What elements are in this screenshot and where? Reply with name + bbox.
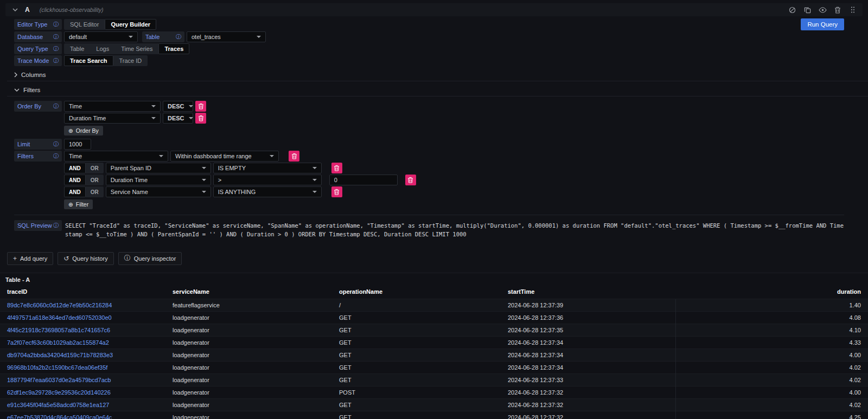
table-row: 62df1ec9a29728c9e29536c20d140226loadgene… (0, 386, 868, 398)
toggle-visibility-eye-icon[interactable] (817, 4, 828, 15)
trash-icon (407, 177, 413, 183)
editor-type-option-sql-editor[interactable]: SQL Editor (64, 19, 105, 30)
info-icon[interactable]: ⓘ (176, 33, 181, 41)
order-by-direction-select[interactable]: DESC (163, 113, 193, 124)
query-type-label: Query Type ⓘ (14, 43, 62, 54)
remove-filter-button[interactable] (331, 163, 342, 173)
add-filter-button[interactable]: ⊕ Filter (64, 199, 93, 209)
trash-icon (198, 115, 204, 121)
order-by-direction-select[interactable]: DESC (163, 101, 193, 112)
trace-id-link[interactable]: e67ee7b53870d4c864ca50409ca0e64c (7, 414, 112, 419)
query-editor: Editor Type ⓘ SQL Editor Query Builder R… (0, 17, 868, 239)
collapse-chevron-icon[interactable] (10, 4, 21, 15)
filter-value-input[interactable] (329, 175, 398, 185)
order-by-field-select[interactable]: Duration Time (64, 113, 161, 124)
cell-duration: 4.02 (675, 398, 868, 411)
cell-operationName: / (335, 299, 503, 311)
cell-operationName: GET (335, 373, 503, 386)
filter-operator-select[interactable]: Within dashboard time range (170, 151, 279, 162)
and-option[interactable]: AND (64, 163, 86, 173)
editor-type-option-query-builder[interactable]: Query Builder (105, 19, 156, 30)
cell-duration: 4.02 (675, 361, 868, 373)
delete-query-icon[interactable] (832, 4, 843, 15)
trace-id-link[interactable]: 4f497571a618e364ed7ded60752030e0 (7, 314, 112, 321)
table-select[interactable]: otel_traces (187, 31, 266, 42)
plus-circle-icon: ⊕ (68, 127, 73, 134)
add-query-button[interactable]: + Add query (7, 252, 53, 265)
remove-order-by-button[interactable] (195, 101, 206, 112)
info-icon[interactable]: ⓘ (53, 140, 59, 148)
cell-serviceName: loadgenerator (168, 411, 335, 419)
or-option[interactable]: OR (86, 163, 104, 173)
cell-startTime: 2024-06-28 12:37:33 (503, 373, 675, 386)
query-row-header: A (clickhouse-observability) (5, 3, 863, 16)
cell-operationName: GET (335, 361, 503, 373)
info-icon[interactable]: ⓘ (53, 57, 59, 65)
trace-id-link[interactable]: 89dc7e8c6060c0d12de7e9b50c216284 (7, 302, 112, 308)
info-icon[interactable]: ⓘ (53, 45, 59, 53)
trace-id-link[interactable]: 96968b10fa2b2c1590bc67dea06ef35f (7, 364, 107, 371)
query-type-option-table[interactable]: Table (64, 43, 90, 54)
trace-id-link[interactable]: db9704a2bbda34204d159c71b78283e3 (7, 352, 113, 358)
editor-type-segmented: SQL Editor Query Builder (64, 19, 156, 30)
info-icon[interactable]: ⓘ (53, 33, 59, 41)
or-option[interactable]: OR (86, 186, 104, 197)
trace-id-link[interactable]: 4f45c21918c73698057a8b1c741657c6 (7, 327, 110, 333)
duplicate-query-icon[interactable] (802, 4, 813, 15)
column-header-servicename[interactable]: serviceName (168, 286, 335, 299)
remove-filter-button[interactable] (331, 186, 342, 197)
columns-section-header[interactable]: Columns (7, 68, 868, 81)
query-type-option-traces[interactable]: Traces (158, 43, 189, 54)
column-header-traceid[interactable]: traceID (0, 286, 168, 299)
cell-traceID: 4f45c21918c73698057a8b1c741657c6 (0, 324, 168, 336)
filter-operator-select[interactable]: > (213, 175, 322, 185)
filter-field-select[interactable]: Duration Time (106, 175, 211, 185)
and-option[interactable]: AND (64, 186, 86, 197)
order-by-label: Order By ⓘ (14, 101, 62, 112)
remove-filter-button[interactable] (405, 175, 416, 185)
sql-preview-label: SQL Preview ⓘ (14, 220, 62, 231)
remove-order-by-button[interactable] (195, 113, 206, 124)
and-option[interactable]: AND (64, 175, 86, 185)
filter-field-select[interactable]: Service Name (106, 186, 211, 197)
or-option[interactable]: OR (86, 175, 104, 185)
filter-row-2: AND OR Duration Time > (64, 175, 844, 185)
cell-serviceName: loadgenerator (168, 398, 335, 411)
info-icon[interactable]: ⓘ (53, 102, 59, 110)
run-query-button[interactable]: Run Query (801, 18, 844, 30)
trace-id-link[interactable]: e91c3645f04fa5e58adcd0758e1ea127 (7, 402, 109, 408)
trace-mode-row: Trace Mode ⓘ Trace Search Trace ID (14, 55, 844, 66)
trace-id-link[interactable]: 1887794f7eaa6037d0e2a4579bcd7acb (7, 377, 111, 383)
drag-handle-icon[interactable] (847, 4, 858, 15)
filter-operator-select[interactable]: IS EMPTY (213, 163, 322, 173)
disable-query-icon[interactable] (787, 4, 797, 15)
info-icon[interactable]: ⓘ (53, 21, 59, 28)
filters-section-header[interactable]: Filters (7, 83, 868, 96)
query-inspector-button[interactable]: ⓘ Query inspector (118, 252, 182, 265)
add-filter-row: ⊕ Filter (64, 199, 844, 209)
remove-filter-button[interactable] (289, 151, 299, 162)
info-icon[interactable]: ⓘ (53, 222, 59, 229)
trace-id-link[interactable]: 62df1ec9a29728c9e29536c20d140226 (7, 389, 111, 396)
limit-input[interactable] (64, 139, 91, 150)
trace-mode-option-trace-search[interactable]: Trace Search (64, 55, 113, 66)
conjunction-segmented: AND OR (64, 175, 104, 185)
trace-id-link[interactable]: 7a2f07ecf63c60b1029ab2ac155874a2 (7, 339, 109, 346)
order-by-field-select[interactable]: Time (64, 101, 161, 112)
filter-operator-select[interactable]: IS ANYTHING (213, 186, 322, 197)
query-history-button[interactable]: ↺ Query history (58, 252, 113, 265)
column-header-operationname[interactable]: operationName (335, 286, 503, 299)
column-header-starttime[interactable]: startTime (503, 286, 675, 299)
query-type-option-logs[interactable]: Logs (90, 43, 115, 54)
datasource-name: (clickhouse-observability) (40, 7, 104, 13)
database-select[interactable]: default (64, 31, 138, 42)
filter-field-select[interactable]: Parent Span ID (106, 163, 211, 173)
info-icon[interactable]: ⓘ (53, 152, 59, 160)
column-header-duration[interactable]: duration (675, 286, 868, 299)
trash-icon (291, 153, 297, 159)
cell-operationName: GET (335, 324, 503, 336)
filter-field-select[interactable]: Time (64, 151, 168, 162)
query-type-option-time-series[interactable]: Time Series (115, 43, 158, 54)
trace-mode-option-trace-id[interactable]: Trace ID (113, 55, 148, 66)
add-order-by-button[interactable]: ⊕ Order By (64, 126, 103, 136)
